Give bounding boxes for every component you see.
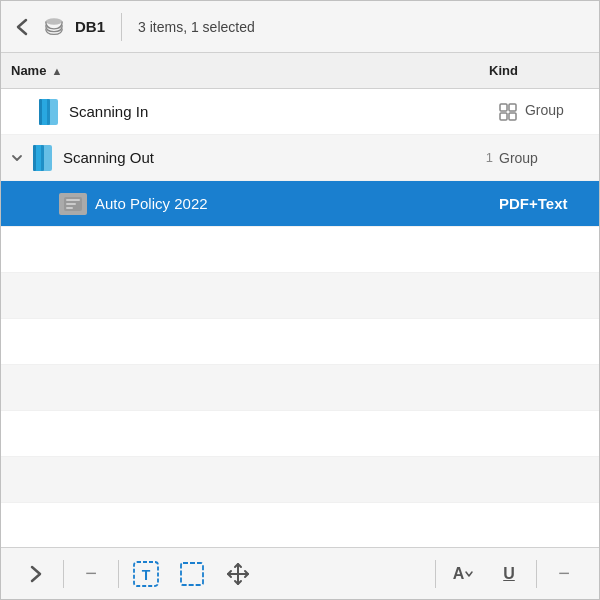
empty-row <box>1 503 599 547</box>
font-button[interactable]: A <box>440 555 486 593</box>
table-area: Scanning In Group <box>1 89 599 547</box>
underline-icon: U <box>503 565 515 583</box>
row-name-auto-policy: Auto Policy 2022 <box>95 195 477 212</box>
chevron-down-icon <box>465 571 473 577</box>
svg-rect-16 <box>66 207 73 209</box>
status-text: 3 items, 1 selected <box>138 19 255 35</box>
table-row[interactable]: Scanning Out 1 Group <box>1 135 599 181</box>
svg-rect-6 <box>509 104 516 111</box>
svg-rect-15 <box>66 203 76 205</box>
svg-rect-4 <box>47 99 50 125</box>
row-badge: 1 <box>477 150 493 165</box>
pdf-icon <box>59 193 87 215</box>
name-column-header[interactable]: Name ▲ <box>11 63 489 78</box>
bottom-toolbar: − T <box>1 547 599 599</box>
empty-row <box>1 411 599 457</box>
minus-button[interactable]: − <box>68 555 114 593</box>
table-row[interactable]: Scanning In Group <box>1 89 599 135</box>
svg-point-0 <box>46 18 63 24</box>
expand-chevron[interactable] <box>11 152 29 164</box>
toolbar-separator <box>536 560 537 588</box>
underline-button[interactable]: U <box>486 555 532 593</box>
empty-row <box>1 273 599 319</box>
row-name-scanning-out: Scanning Out <box>63 149 477 166</box>
row-name-scanning-in: Scanning In <box>69 103 477 120</box>
svg-rect-5 <box>500 104 507 111</box>
nav-forward-button[interactable] <box>13 555 59 593</box>
sort-arrow-icon: ▲ <box>51 65 62 77</box>
kind-column-header[interactable]: Kind <box>489 63 599 78</box>
group-icon <box>35 96 61 128</box>
row-kind: Group <box>499 102 599 120</box>
top-bar: DB1 3 items, 1 selected <box>1 1 599 53</box>
empty-row <box>1 365 599 411</box>
toolbar-separator <box>435 560 436 588</box>
main-window: DB1 3 items, 1 selected Name ▲ Kind Scan… <box>0 0 600 600</box>
svg-rect-7 <box>500 113 507 120</box>
font-a-icon: A <box>453 565 465 583</box>
db-title: DB1 <box>75 18 105 35</box>
more-icon: − <box>558 562 570 585</box>
group-icon <box>29 142 55 174</box>
empty-row <box>1 457 599 503</box>
minus-icon: − <box>85 562 97 585</box>
svg-rect-10 <box>33 145 36 171</box>
svg-rect-12 <box>41 145 44 171</box>
table-row[interactable]: Auto Policy 2022 PDF+Text <box>1 181 599 227</box>
empty-row <box>1 319 599 365</box>
empty-row <box>1 227 599 273</box>
row-kind: Group <box>499 150 599 166</box>
svg-rect-2 <box>39 99 42 125</box>
toolbar-separator <box>63 560 64 588</box>
column-headers: Name ▲ Kind <box>1 53 599 89</box>
move-button[interactable] <box>215 555 261 593</box>
svg-rect-19 <box>181 563 203 585</box>
svg-rect-8 <box>509 113 516 120</box>
text-insert-button[interactable]: T <box>123 555 169 593</box>
separator <box>121 13 122 41</box>
db-icon <box>43 16 65 38</box>
row-kind-pdf: PDF+Text <box>499 195 599 212</box>
toolbar-separator <box>118 560 119 588</box>
more-button[interactable]: − <box>541 555 587 593</box>
svg-text:T: T <box>142 567 151 583</box>
nav-back-button[interactable] <box>11 16 33 38</box>
selection-button[interactable] <box>169 555 215 593</box>
svg-rect-14 <box>66 199 80 201</box>
